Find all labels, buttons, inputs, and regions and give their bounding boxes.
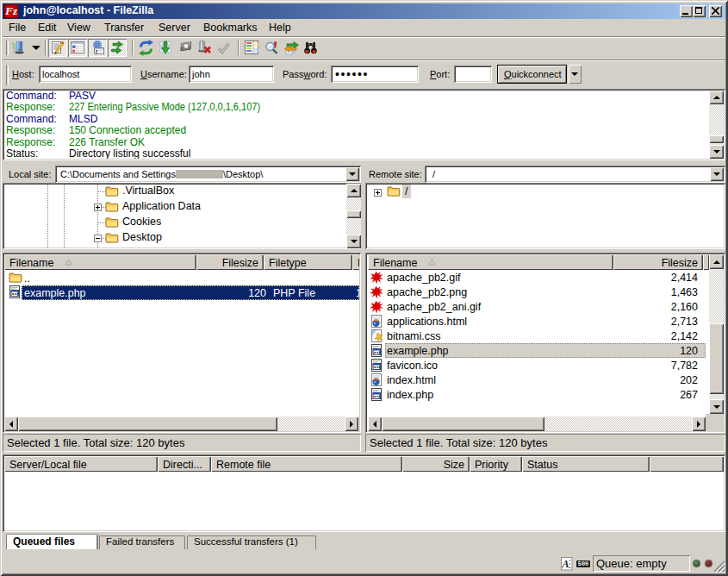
svg-text:A: A — [562, 558, 569, 570]
